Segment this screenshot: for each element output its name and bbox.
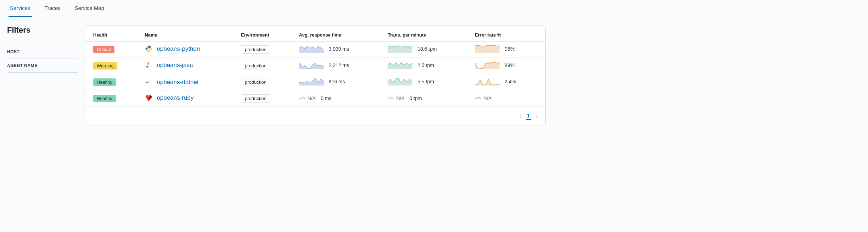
error-rate-value: 89%	[505, 62, 514, 68]
tpm-value: 5.5 tpm	[417, 79, 434, 84]
error-rate-value: 96%	[505, 46, 514, 52]
tpm-value: 18.6 tpm	[417, 46, 436, 52]
environment-chip: production	[241, 94, 270, 103]
col-health[interactable]: Health ↓	[85, 29, 140, 42]
svg-point-0	[147, 46, 148, 47]
ruby-icon	[145, 94, 153, 102]
filters-title: Filters	[7, 26, 78, 35]
sparkline	[388, 61, 412, 69]
error-rate-value: 2.4%	[505, 79, 516, 84]
table-row: Warning opbeans-java production 2,212 ms…	[85, 58, 545, 74]
sparkline	[475, 78, 500, 85]
sort-arrow-icon: ↓	[110, 33, 112, 38]
environment-chip: production	[241, 45, 270, 54]
tpm-value: 2.5 tpm	[417, 62, 434, 68]
health-badge: Critical	[93, 46, 114, 53]
top-tabs: Services Traces Service Map	[0, 0, 553, 17]
environment-chip: production	[241, 78, 270, 86]
service-link[interactable]: opbeans-java	[157, 62, 193, 69]
python-icon	[145, 45, 153, 53]
tpm-value: 0 tpm	[410, 95, 422, 101]
sparkline	[299, 78, 324, 85]
page-next-icon[interactable]: ›	[536, 113, 537, 120]
filter-agent-name[interactable]: AGENT NAME	[7, 59, 78, 73]
environment-chip: production	[241, 62, 270, 70]
table-row: Healthy opbeans-ruby production N/A0 ms …	[85, 90, 545, 107]
pagination: ‹ 1 ›	[85, 107, 545, 121]
health-badge: Warning	[93, 62, 117, 70]
health-badge: Healthy	[93, 95, 116, 102]
svg-point-1	[150, 51, 150, 52]
tab-service-map[interactable]: Service Map	[73, 0, 106, 17]
sparkline	[388, 78, 412, 85]
col-tpm[interactable]: Trans. per minute	[383, 29, 470, 42]
avg-response-value: 3,030 ms	[329, 46, 349, 52]
sparkline	[388, 45, 412, 53]
tab-services[interactable]: Services	[9, 0, 32, 17]
avg-response-value: 816 ms	[329, 79, 345, 84]
service-link[interactable]: opbeans-dotnet	[157, 79, 199, 86]
avg-response-value: 0 ms	[321, 95, 331, 101]
page-prev-icon[interactable]: ‹	[519, 113, 521, 120]
service-link[interactable]: opbeans-python	[157, 45, 200, 53]
sparkline-na: N/A	[388, 95, 404, 101]
services-panel: Health ↓ Name Environment Avg. response …	[85, 26, 546, 126]
page-number[interactable]: 1	[526, 112, 530, 120]
col-environment[interactable]: Environment	[236, 29, 294, 42]
filters-sidebar: Filters HOST AGENT NAME	[7, 26, 78, 126]
table-row: Critical opbeans-python production 3,030…	[85, 42, 545, 58]
sparkline	[475, 61, 500, 69]
table-row: Healthy .NET opbeans-dotnet production 8…	[85, 74, 545, 90]
sparkline	[299, 61, 324, 69]
tab-traces[interactable]: Traces	[43, 0, 62, 17]
sparkline-na: N/A	[475, 95, 491, 101]
svg-text:.NET: .NET	[145, 81, 150, 83]
col-avg-response[interactable]: Avg. response time	[294, 29, 383, 42]
avg-response-value: 2,212 ms	[329, 62, 349, 68]
col-name[interactable]: Name	[140, 29, 236, 42]
services-table: Health ↓ Name Environment Avg. response …	[85, 29, 545, 107]
service-link[interactable]: opbeans-ruby	[157, 94, 194, 101]
col-error-rate[interactable]: Error rate %	[470, 29, 545, 42]
filter-host[interactable]: HOST	[7, 45, 78, 59]
health-badge: Healthy	[93, 78, 116, 86]
java-icon	[145, 61, 153, 69]
dotnet-icon: .NET	[145, 78, 153, 86]
sparkline	[475, 45, 500, 53]
sparkline	[299, 45, 324, 53]
sparkline-na: N/A	[299, 95, 316, 101]
